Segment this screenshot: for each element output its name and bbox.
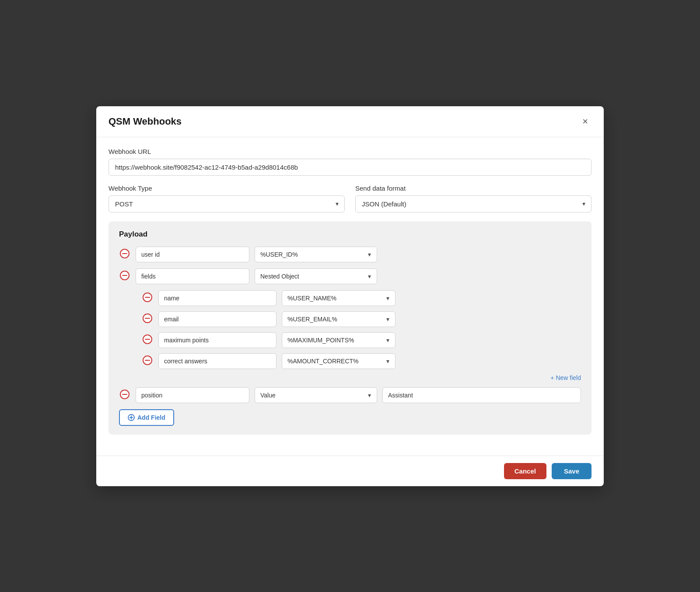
payload-static-value-position[interactable] bbox=[382, 387, 581, 403]
webhook-type-col: Webhook Type POST GET PUT PATCH DELETE ▾ bbox=[108, 185, 345, 212]
remove-position-button[interactable] bbox=[119, 389, 130, 402]
nested-value-email-wrapper: %USER_NAME% %USER_EMAIL% %MAXIMUM_POINTS… bbox=[282, 311, 396, 327]
nested-key-maximum-points[interactable] bbox=[158, 332, 276, 348]
modal-body: Webhook URL Webhook Type POST GET PUT PA… bbox=[96, 137, 604, 456]
remove-correct-answers-button[interactable] bbox=[142, 355, 153, 368]
remove-name-button[interactable] bbox=[142, 292, 153, 305]
nested-value-name-select[interactable]: %USER_NAME% %USER_EMAIL% %MAXIMUM_POINTS… bbox=[282, 290, 396, 306]
nested-value-email-select[interactable]: %USER_NAME% %USER_EMAIL% %MAXIMUM_POINTS… bbox=[282, 311, 396, 327]
remove-email-button[interactable] bbox=[142, 313, 153, 326]
nested-value-correct-answers-select[interactable]: %USER_NAME% %USER_EMAIL% %MAXIMUM_POINTS… bbox=[282, 353, 396, 369]
nested-row-maximum-points: %USER_NAME% %USER_EMAIL% %MAXIMUM_POINTS… bbox=[142, 332, 581, 348]
save-button[interactable]: Save bbox=[552, 463, 592, 479]
remove-fields-button[interactable] bbox=[119, 270, 130, 283]
nested-key-correct-answers[interactable] bbox=[158, 353, 276, 369]
payload-key-user-id[interactable] bbox=[136, 247, 249, 262]
webhook-type-label: Webhook Type bbox=[108, 185, 345, 192]
nested-value-maximum-points-wrapper: %USER_NAME% %USER_EMAIL% %MAXIMUM_POINTS… bbox=[282, 332, 396, 348]
nested-key-name[interactable] bbox=[158, 290, 276, 306]
nested-value-name-wrapper: %USER_NAME% %USER_EMAIL% %MAXIMUM_POINTS… bbox=[282, 290, 396, 306]
webhook-url-label: Webhook URL bbox=[108, 148, 592, 155]
cancel-button[interactable]: Cancel bbox=[504, 463, 546, 479]
payload-value-position-wrapper: Value Variable Nested Object ▾ bbox=[255, 387, 377, 403]
send-data-format-select-wrapper: JSON (Default) Form Data XML ▾ bbox=[355, 195, 592, 212]
send-data-format-col: Send data format JSON (Default) Form Dat… bbox=[355, 185, 592, 212]
payload-value-position-select[interactable]: Value Variable Nested Object bbox=[255, 387, 377, 403]
nested-row-correct-answers: %USER_NAME% %USER_EMAIL% %MAXIMUM_POINTS… bbox=[142, 353, 581, 369]
add-field-label: Add Field bbox=[137, 414, 165, 421]
modal-header: QSM Webhooks × bbox=[96, 106, 604, 137]
payload-value-user-id-wrapper: %USER_ID% %USER_NAME% %USER_EMAIL% %MAXI… bbox=[255, 247, 377, 262]
payload-key-fields[interactable] bbox=[136, 268, 249, 284]
nested-value-correct-answers-wrapper: %USER_NAME% %USER_EMAIL% %MAXIMUM_POINTS… bbox=[282, 353, 396, 369]
send-data-format-select[interactable]: JSON (Default) Form Data XML bbox=[355, 195, 592, 212]
payload-value-fields-select[interactable]: %USER_ID% %USER_NAME% %USER_EMAIL% %MAXI… bbox=[255, 268, 377, 284]
close-button[interactable]: × bbox=[579, 115, 592, 128]
nested-key-email[interactable] bbox=[158, 311, 276, 327]
payload-row-fields: %USER_ID% %USER_NAME% %USER_EMAIL% %MAXI… bbox=[119, 268, 581, 284]
payload-row-user-id: %USER_ID% %USER_NAME% %USER_EMAIL% %MAXI… bbox=[119, 247, 581, 262]
send-data-format-label: Send data format bbox=[355, 185, 592, 192]
payload-value-user-id-select[interactable]: %USER_ID% %USER_NAME% %USER_EMAIL% %MAXI… bbox=[255, 247, 377, 262]
webhook-type-select[interactable]: POST GET PUT PATCH DELETE bbox=[108, 195, 345, 212]
webhook-url-input[interactable] bbox=[108, 159, 592, 176]
webhook-type-row: Webhook Type POST GET PUT PATCH DELETE ▾… bbox=[108, 185, 592, 212]
payload-key-position[interactable] bbox=[136, 387, 249, 403]
payload-value-fields-wrapper: %USER_ID% %USER_NAME% %USER_EMAIL% %MAXI… bbox=[255, 268, 377, 284]
modal-footer: Cancel Save bbox=[96, 456, 604, 486]
add-field-button[interactable]: Add Field bbox=[119, 409, 174, 426]
nested-container: %USER_NAME% %USER_EMAIL% %MAXIMUM_POINTS… bbox=[142, 290, 581, 381]
modal-overlay: QSM Webhooks × Webhook URL Webhook Type … bbox=[0, 0, 700, 592]
remove-maximum-points-button[interactable] bbox=[142, 334, 153, 347]
payload-title: Payload bbox=[119, 230, 581, 239]
new-field-link[interactable]: + New field bbox=[142, 374, 581, 381]
remove-user-id-button[interactable] bbox=[119, 248, 130, 261]
nested-row-name: %USER_NAME% %USER_EMAIL% %MAXIMUM_POINTS… bbox=[142, 290, 581, 306]
webhook-type-select-wrapper: POST GET PUT PATCH DELETE ▾ bbox=[108, 195, 345, 212]
modal-title: QSM Webhooks bbox=[108, 116, 182, 127]
modal-dialog: QSM Webhooks × Webhook URL Webhook Type … bbox=[96, 106, 604, 486]
nested-row-email: %USER_NAME% %USER_EMAIL% %MAXIMUM_POINTS… bbox=[142, 311, 581, 327]
nested-value-maximum-points-select[interactable]: %USER_NAME% %USER_EMAIL% %MAXIMUM_POINTS… bbox=[282, 332, 396, 348]
plus-icon bbox=[128, 414, 135, 421]
payload-row-position: Value Variable Nested Object ▾ bbox=[119, 387, 581, 403]
webhook-url-group: Webhook URL bbox=[108, 148, 592, 176]
payload-section: Payload %USER_ID% %USER_NAME% bbox=[108, 221, 592, 435]
